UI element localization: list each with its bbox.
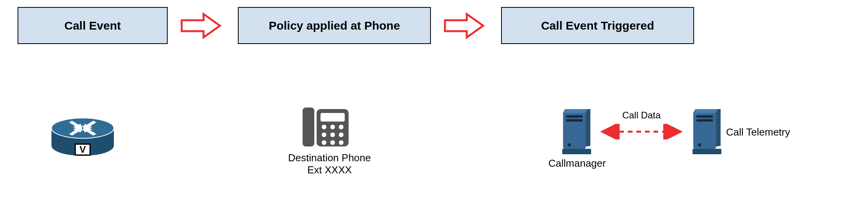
svg-rect-37 [693,149,721,154]
box-policy: Policy applied at Phone [238,7,431,44]
svg-text:V: V [80,144,86,155]
server-left-icon [558,109,593,157]
phone-icon [300,104,351,152]
call-data-label: Call Data [616,110,667,121]
box-triggered-label: Call Event Triggered [541,19,654,32]
svg-rect-29 [566,119,583,122]
svg-rect-35 [716,109,721,146]
svg-rect-28 [566,115,583,118]
svg-point-17 [339,125,344,129]
server-right-icon [689,109,724,157]
box-triggered: Call Event Triggered [501,7,694,44]
svg-rect-27 [562,149,591,154]
svg-point-20 [339,132,344,137]
svg-rect-26 [563,109,588,113]
svg-rect-38 [696,115,713,118]
svg-point-23 [339,140,344,145]
svg-marker-0 [182,14,220,37]
router-icon: V [50,107,116,163]
svg-point-16 [330,125,335,129]
svg-rect-25 [586,109,590,146]
dest-phone-label: Destination Phone Ext XXXX [281,152,378,176]
svg-rect-14 [321,113,345,122]
box-call-event-label: Call Event [64,19,121,32]
dest-phone-label-line1: Destination Phone [281,152,378,164]
svg-point-18 [322,132,326,137]
dest-phone-label-line2: Ext XXXX [281,164,378,176]
box-call-event: Call Event [18,7,168,44]
svg-point-4 [51,118,114,138]
svg-point-22 [330,140,335,145]
svg-point-15 [322,125,326,129]
box-policy-label: Policy applied at Phone [269,19,400,32]
callmanager-label: Callmanager [538,157,616,169]
svg-point-19 [330,132,335,137]
svg-marker-1 [445,14,483,37]
call-data-arrow [597,124,686,141]
call-telemetry-label: Call Telemetry [726,126,804,138]
svg-point-40 [698,143,701,146]
svg-point-30 [568,143,571,146]
svg-rect-39 [696,119,713,122]
arrow-2 [443,12,485,40]
svg-rect-36 [693,109,718,113]
arrow-1 [179,12,222,40]
svg-point-21 [322,140,326,145]
